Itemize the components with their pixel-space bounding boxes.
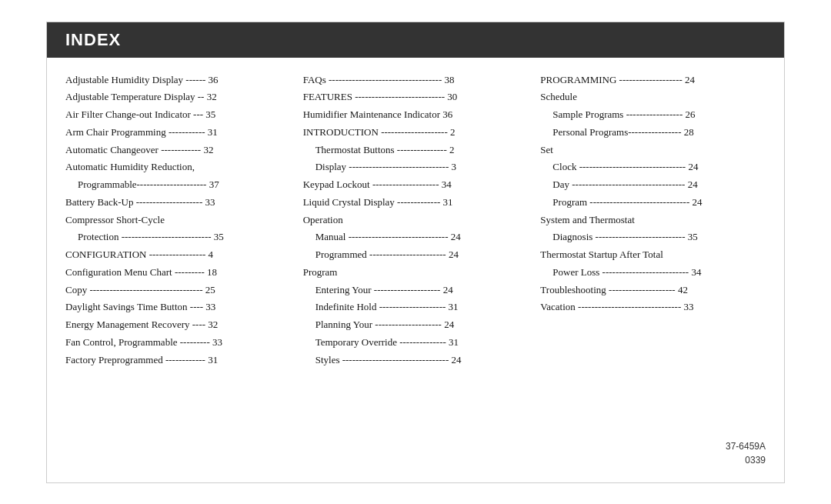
index-entry: Power Loss -------------------------- 34 — [540, 264, 766, 282]
index-entry: Programmable--------------------- 37 — [65, 176, 291, 194]
index-entry: Air Filter Change-out Indicator --- 35 — [65, 106, 291, 124]
index-entry: Sample Programs ----------------- 26 — [540, 106, 766, 124]
index-entry: Thermostat Startup After Total — [540, 246, 766, 264]
index-entry: Humidifier Maintenance Indicator 36 — [303, 106, 529, 124]
index-entry: Styles -------------------------------- … — [303, 352, 529, 369]
index-entry: Keypad Lockout -------------------- 34 — [303, 176, 529, 194]
page: INDEX Adjustable Humidity Display ------… — [46, 22, 785, 483]
index-entry: Energy Management Recovery ---- 32 — [65, 316, 291, 334]
index-entry: Factory Preprogrammed ------------ 31 — [65, 352, 291, 369]
index-entry: Thermostat Buttons --------------- 2 — [303, 142, 529, 159]
index-entry: Diagnosis --------------------------- 35 — [540, 229, 766, 246]
index-entry: Display ------------------------------ 3 — [303, 159, 529, 176]
index-column-2: FAQs ---------------------------------- … — [303, 72, 541, 433]
index-entry: Battery Back-Up -------------------- 33 — [65, 194, 291, 212]
index-entry: Fan Control, Programmable --------- 33 — [65, 334, 291, 352]
index-entry: Programmed ----------------------- 24 — [303, 246, 529, 264]
index-entry: Liquid Crystal Display ------------- 31 — [303, 194, 529, 212]
index-entry: Operation — [303, 212, 529, 229]
index-entry: Schedule — [540, 88, 766, 106]
footer-line2: 0339 — [726, 453, 766, 467]
index-entry: INTRODUCTION -------------------- 2 — [303, 124, 529, 142]
index-entry: Program — [303, 264, 529, 282]
index-entry: Entering Your -------------------- 24 — [303, 282, 529, 299]
index-entry: Day ---------------------------------- 2… — [540, 176, 766, 194]
index-entry: Clock -------------------------------- 2… — [540, 159, 766, 176]
index-entry: Manual ------------------------------ 24 — [303, 229, 529, 246]
index-entry: CONFIGURATION ----------------- 4 — [65, 246, 291, 264]
index-entry: Planning Your -------------------- 24 — [303, 316, 529, 334]
index-entry: Temporary Override -------------- 31 — [303, 334, 529, 352]
index-entry: Personal Programs---------------- 28 — [540, 124, 766, 142]
index-column-3: PROGRAMMING ------------------- 24Schedu… — [540, 72, 766, 433]
index-entry: System and Thermostat — [540, 212, 766, 229]
index-entry: Automatic Humidity Reduction, — [65, 159, 291, 176]
index-entry: Indefinite Hold -------------------- 31 — [303, 299, 529, 316]
index-entry: Adjustable Temperature Display -- 32 — [65, 88, 291, 106]
index-entry: PROGRAMMING ------------------- 24 — [540, 72, 766, 89]
footer-text: 37-6459A 0339 — [726, 439, 766, 467]
index-entry: Daylight Savings Time Button ---- 33 — [65, 299, 291, 316]
index-entry: Troubleshooting -------------------- 42 — [540, 282, 766, 299]
index-entry: FAQs ---------------------------------- … — [303, 72, 529, 89]
page-title: INDEX — [65, 30, 766, 50]
index-entry: Compressor Short-Cycle — [65, 212, 291, 229]
footer-line1: 37-6459A — [726, 439, 766, 453]
index-header: INDEX — [47, 22, 784, 58]
index-content: Adjustable Humidity Display ------ 36Adj… — [47, 72, 784, 433]
index-entry: FEATURES --------------------------- 30 — [303, 88, 529, 106]
index-entry: Copy ---------------------------------- … — [65, 282, 291, 299]
index-entry: Arm Chair Programming ----------- 31 — [65, 124, 291, 142]
index-entry: Automatic Changeover ------------ 32 — [65, 142, 291, 159]
index-entry: Adjustable Humidity Display ------ 36 — [65, 72, 291, 89]
index-entry: Protection --------------------------- 3… — [65, 229, 291, 246]
index-entry: Vacation -------------------------------… — [540, 299, 766, 316]
index-column-1: Adjustable Humidity Display ------ 36Adj… — [65, 72, 303, 433]
index-entry: Program ------------------------------ 2… — [540, 194, 766, 212]
index-entry: Set — [540, 142, 766, 159]
index-entry: Configuration Menu Chart --------- 18 — [65, 264, 291, 282]
page-footer: 37-6459A 0339 — [47, 433, 784, 467]
